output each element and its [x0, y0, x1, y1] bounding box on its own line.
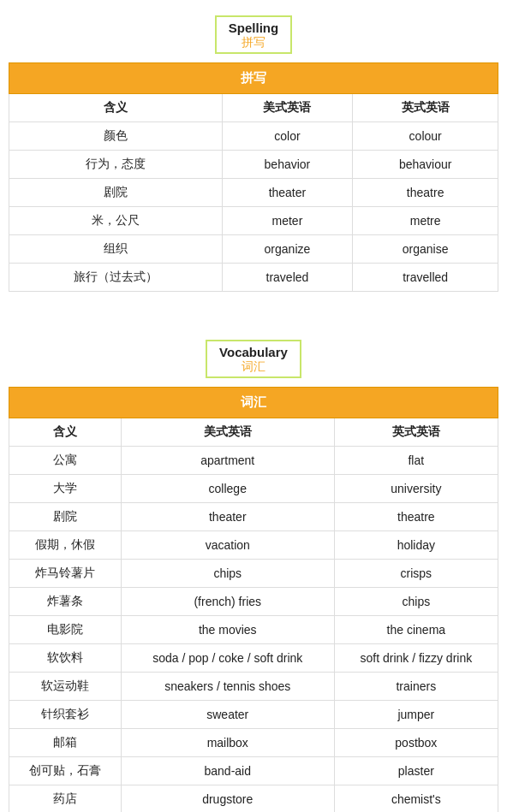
table-cell: 软运动鞋 [9, 673, 122, 701]
vocabulary-label-box: Vocabulary 词汇 [206, 340, 301, 378]
table-row: 颜色colorcolour [9, 122, 498, 151]
vocabulary-en-label: Vocabulary [219, 345, 288, 359]
table-cell: the movies [121, 616, 334, 644]
table-row: 针织套衫sweaterjumper [9, 701, 498, 729]
table-cell: plaster [334, 757, 498, 785]
table-row: 剧院theatertheatre [9, 503, 498, 531]
table-cell: soft drink / fizzy drink [334, 644, 498, 673]
table-cell: 针织套衫 [9, 701, 122, 729]
table-cell: 邮箱 [9, 729, 122, 757]
vocabulary-table-title-row: 词汇 [9, 388, 498, 418]
table-cell: vacation [121, 531, 334, 560]
table-row: 剧院theatertheatre [9, 179, 498, 207]
table-cell: 电影院 [9, 616, 122, 644]
vocabulary-col-header-row: 含义 美式英语 英式英语 [9, 418, 498, 447]
table-cell: 旅行（过去式） [9, 264, 223, 292]
table-cell: traveled [222, 264, 353, 292]
spelling-col-uk: 英式英语 [353, 94, 498, 122]
table-row: 旅行（过去式）traveledtravelled [9, 264, 498, 292]
table-cell: sneakers / tennis shoes [121, 673, 334, 701]
spelling-table: 拼写 含义 美式英语 英式英语 颜色colorcolour行为，态度behavi… [9, 62, 498, 292]
spelling-zh-label: 拼写 [229, 35, 278, 50]
table-cell: 炸马铃薯片 [9, 560, 122, 588]
table-cell: 药店 [9, 785, 122, 813]
table-cell: behaviour [353, 151, 498, 179]
spelling-col-us: 美式英语 [222, 94, 353, 122]
table-cell: colour [353, 122, 498, 151]
spelling-table-title-row: 拼写 [9, 63, 498, 94]
table-cell: chemist's [334, 785, 498, 813]
vocabulary-table-title: 词汇 [9, 388, 498, 418]
table-cell: trainers [334, 673, 498, 701]
table-row: 炸薯条(french) frieschips [9, 588, 498, 616]
table-cell: travelled [353, 264, 498, 292]
table-cell: (french) fries [121, 588, 334, 616]
table-cell: holiday [334, 531, 498, 560]
table-row: 电影院the moviesthe cinema [9, 616, 498, 644]
table-cell: 剧院 [9, 179, 223, 207]
table-cell: the cinema [334, 616, 498, 644]
table-cell: flat [334, 447, 498, 475]
table-cell: chips [121, 560, 334, 588]
vocabulary-col-uk: 英式英语 [334, 418, 498, 447]
table-cell: university [334, 475, 498, 503]
table-cell: organise [353, 235, 498, 264]
table-cell: 大学 [9, 475, 122, 503]
table-row: 邮箱mailboxpostbox [9, 729, 498, 757]
table-cell: college [121, 475, 334, 503]
table-row: 公寓apartmentflat [9, 447, 498, 475]
table-cell: theater [121, 503, 334, 531]
table-cell: postbox [334, 729, 498, 757]
table-cell: 剧院 [9, 503, 122, 531]
table-row: 炸马铃薯片chipscrisps [9, 560, 498, 588]
table-cell: 炸薯条 [9, 588, 122, 616]
table-cell: sweater [121, 701, 334, 729]
table-cell: organize [222, 235, 353, 264]
vocabulary-col-us: 美式英语 [121, 418, 334, 447]
table-cell: 米，公尺 [9, 207, 223, 235]
table-cell: 颜色 [9, 122, 223, 151]
table-cell: mailbox [121, 729, 334, 757]
table-cell: 假期，休假 [9, 531, 122, 560]
table-row: 软饮料soda / pop / coke / soft drinksoft dr… [9, 644, 498, 673]
table-cell: 软饮料 [9, 644, 122, 673]
spelling-en-label: Spelling [229, 21, 278, 35]
table-cell: apartment [121, 447, 334, 475]
table-cell: metre [353, 207, 498, 235]
table-cell: 行为，态度 [9, 151, 223, 179]
table-cell: theatre [334, 503, 498, 531]
spelling-col-meaning: 含义 [9, 94, 223, 122]
table-cell: theatre [353, 179, 498, 207]
spelling-label-box: Spelling 拼写 [215, 15, 292, 54]
vocabulary-zh-label: 词汇 [219, 359, 288, 375]
table-row: 药店drugstorechemist's [9, 785, 498, 813]
table-cell: color [222, 122, 353, 151]
table-cell: crisps [334, 560, 498, 588]
vocabulary-section: Vocabulary 词汇 词汇 含义 美式英语 英式英语 公寓apartmen… [0, 324, 507, 812]
table-row: 组织organizeorganise [9, 235, 498, 264]
table-cell: soda / pop / coke / soft drink [121, 644, 334, 673]
table-cell: meter [222, 207, 353, 235]
table-row: 软运动鞋sneakers / tennis shoestrainers [9, 673, 498, 701]
table-row: 行为，态度behaviorbehaviour [9, 151, 498, 179]
table-cell: 公寓 [9, 447, 122, 475]
table-cell: band-aid [121, 757, 334, 785]
table-cell: behavior [222, 151, 353, 179]
table-cell: 创可贴，石膏 [9, 757, 122, 785]
table-cell: theater [222, 179, 353, 207]
table-row: 米，公尺metermetre [9, 207, 498, 235]
spelling-col-header-row: 含义 美式英语 英式英语 [9, 94, 498, 122]
table-row: 大学collegeuniversity [9, 475, 498, 503]
spelling-table-title: 拼写 [9, 63, 498, 94]
section-gap-1 [0, 300, 507, 324]
vocabulary-table: 词汇 含义 美式英语 英式英语 公寓apartmentflat大学college… [9, 387, 498, 812]
vocabulary-col-meaning: 含义 [9, 418, 122, 447]
table-cell: 组织 [9, 235, 223, 264]
table-row: 创可贴，石膏band-aidplaster [9, 757, 498, 785]
table-cell: chips [334, 588, 498, 616]
spelling-section: Spelling 拼写 拼写 含义 美式英语 英式英语 颜色colorcolou… [0, 0, 507, 300]
table-row: 假期，休假vacationholiday [9, 531, 498, 560]
table-cell: drugstore [121, 785, 334, 813]
table-cell: jumper [334, 701, 498, 729]
